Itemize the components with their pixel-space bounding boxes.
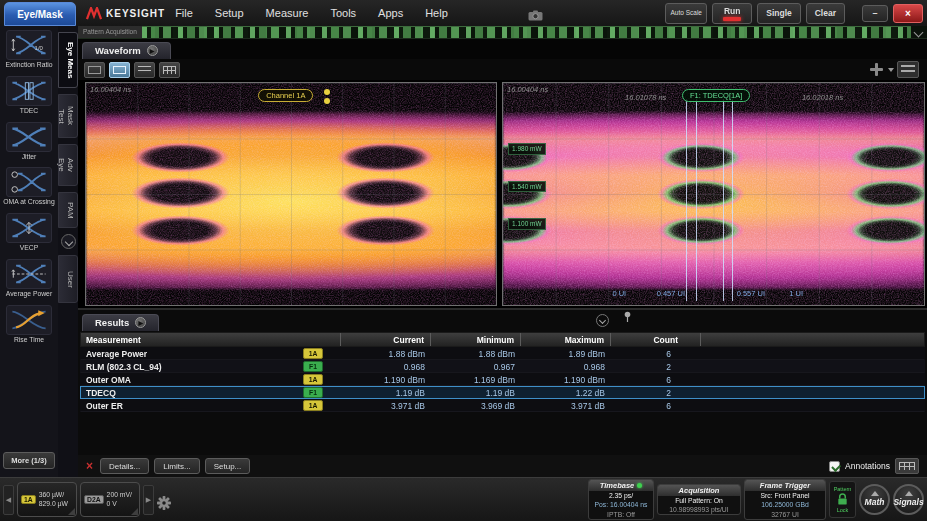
ui-axis-label: 0.457 UI [657,289,685,298]
sidebar-item-average-power[interactable]: Average Power [1,259,57,298]
tab-pam[interactable]: PAM [58,192,78,228]
results-collapse-chevron-icon[interactable] [596,314,609,327]
screenshot-camera-icon[interactable] [528,7,543,25]
menu-measure[interactable]: Measure [266,7,309,19]
tdecq-window-marker[interactable] [686,99,687,301]
math-button[interactable]: Math [859,484,890,515]
tab-waveform[interactable]: Waveform ▶ [82,42,171,59]
timestamp-label: 16.00404 ns [90,85,131,94]
display-menu-icon[interactable] [897,61,919,78]
setup-button[interactable]: Setup... [205,458,251,474]
sidebar-item-tdec[interactable]: TDEC [1,76,57,115]
timebase-panel[interactable]: Timebase 2.35 ps/ Pos: 16.00404 ns IPTB:… [588,479,654,520]
sidebar-item-label: TDEC [1,107,57,115]
tdecq-window-marker[interactable] [723,99,724,301]
eye-panel-tdecq-f1[interactable]: 16.00404 ns 16.01078 ns 16.02018 ns F1: … [502,82,925,306]
table-row-average-power[interactable]: Average Power 1A 1.88 dBm 1.88 dBm 1.89 … [80,347,925,360]
single-button[interactable]: Single [757,3,801,24]
results-menu-play-icon[interactable]: ▶ [135,317,146,328]
menu-apps[interactable]: Apps [378,7,403,19]
frame-trigger-panel[interactable]: Frame Trigger Src: Front Panel 106.25000… [744,479,826,520]
menu-file[interactable]: File [175,7,193,19]
table-row-rlm[interactable]: RLM (802.3 CL_94) F1 0.968 0.967 0.968 2 [80,360,925,373]
column-header-minimum[interactable]: Minimum [431,333,521,346]
channel-scroll-right-icon[interactable]: ▶ [143,485,154,515]
marker-crosshair-icon[interactable] [868,62,885,77]
tab-results[interactable]: Results ▶ [82,314,159,331]
minimum-value: 1.88 dBm [431,349,521,359]
menu-setup[interactable]: Setup [215,7,244,19]
tab-user[interactable]: User [58,255,78,303]
table-row-outer-oma[interactable]: Outer OMA 1A 1.190 dBm 1.169 dBm 1.190 d… [80,373,925,386]
channel-card-d2a[interactable]: D2A 200 mV/ 0 V [80,482,140,517]
eye-opening [655,142,748,173]
delete-measurement-icon[interactable]: × [86,459,93,473]
acquisition-panel[interactable]: Acquisition Full Pattern: On 10.98998993… [657,484,741,515]
table-row-outer-er[interactable]: Outer ER 1A 3.971 dB 3.969 dB 3.971 dB 6 [80,399,925,412]
layout-rows-button[interactable] [134,62,155,78]
column-header-count[interactable]: Count [611,333,701,346]
eye-opening [332,176,439,209]
menu-help[interactable]: Help [425,7,448,19]
tab-menu-play-icon[interactable]: ▶ [147,45,158,56]
results-grid-view-icon[interactable] [895,458,919,474]
tab-adv-eye[interactable]: Adv Eye [58,144,78,186]
timebase-position: Pos: 16.00404 ns [589,500,653,509]
tdecq-window-marker[interactable] [732,99,733,301]
eye-opening [127,214,234,247]
eye-panel-channel-1a[interactable]: 16.00404 ns Channel 1A [85,82,497,306]
results-footer: × Details... Limits... Setup... Annotati… [78,455,927,477]
eye-opening [332,214,439,247]
eye-opening [127,176,234,209]
column-header-maximum[interactable]: Maximum [521,333,611,346]
menu-tools[interactable]: Tools [330,7,356,19]
maximum-value: 3.971 dB [521,401,611,411]
marker-dropdown-icon[interactable] [888,68,894,72]
close-button[interactable]: × [893,4,923,23]
ui-axis-label: 0.557 UI [737,289,765,298]
layout-grid-button[interactable] [159,62,180,78]
clear-button[interactable]: Clear [806,3,845,24]
more-measurements-button[interactable]: More (1/3) [3,452,55,469]
limits-button[interactable]: Limits... [154,458,200,474]
timebase-title: Timebase [600,481,634,490]
main-content: Pattern Acquisition Waveform ▶ [78,26,927,477]
tab-eye-meas[interactable]: Eye Meas [58,32,78,88]
minimum-value: 1.19 dB [431,388,521,398]
layout-split-button[interactable] [109,62,130,78]
strip-collapse-chevron-icon[interactable] [911,26,927,38]
column-header-current[interactable]: Current [341,333,431,346]
sidebar-item-rise-time[interactable]: Rise Time [1,305,57,344]
minimize-button[interactable]: – [862,5,888,22]
channel-scroll-left-icon[interactable]: ◀ [3,485,14,515]
minimum-value: 0.967 [431,362,521,372]
channel-settings-gear-icon[interactable] [157,496,171,514]
sidebar-item-oma-at-crossing[interactable]: OMA at Crossing [1,167,57,206]
channel-card-1a[interactable]: 1A 360 µW/ 829.0 µW [17,482,77,517]
signals-button[interactable]: Signals [893,484,924,515]
tab-mask-test[interactable]: Mask Test [58,94,78,138]
run-button[interactable]: Run [712,3,752,24]
column-header-measurement[interactable]: Measurement [81,333,341,346]
layout-single-button[interactable] [84,62,105,78]
timestamp-label: 16.02018 ns [802,93,843,102]
sidebar-item-jitter[interactable]: Jitter [1,122,57,161]
count-value: 6 [611,349,701,359]
tab-scroll-chevron-icon[interactable] [61,234,76,249]
channel-1a-pill[interactable]: Channel 1A [258,89,313,102]
results-pin-icon[interactable] [623,309,632,327]
table-row-tdecq[interactable]: TDECQ F1 1.19 dB 1.19 dB 1.22 dB 2 [80,386,925,399]
titlebar-buttons: Auto Scale Run Single Clear – × [665,3,923,24]
auto-scale-button[interactable]: Auto Scale [665,3,707,24]
source-badge: F1 [303,361,323,372]
sidebar-item-extinction-ratio[interactable]: 1/0 Extinction Ratio [1,30,57,69]
details-button[interactable]: Details... [100,458,149,474]
timebase-status-led [637,483,642,488]
run-label: Run [724,6,741,16]
annotations-checkbox[interactable] [829,461,840,472]
tdecq-function-pill[interactable]: F1: TDECQ[1A] [682,89,750,102]
tdecq-window-marker[interactable] [696,99,697,301]
eye-mask-mode-button[interactable]: Eye/Mask [4,2,76,26]
channel-offset: 0 V [107,500,117,507]
sidebar-item-vecp[interactable]: VECP [1,213,57,252]
